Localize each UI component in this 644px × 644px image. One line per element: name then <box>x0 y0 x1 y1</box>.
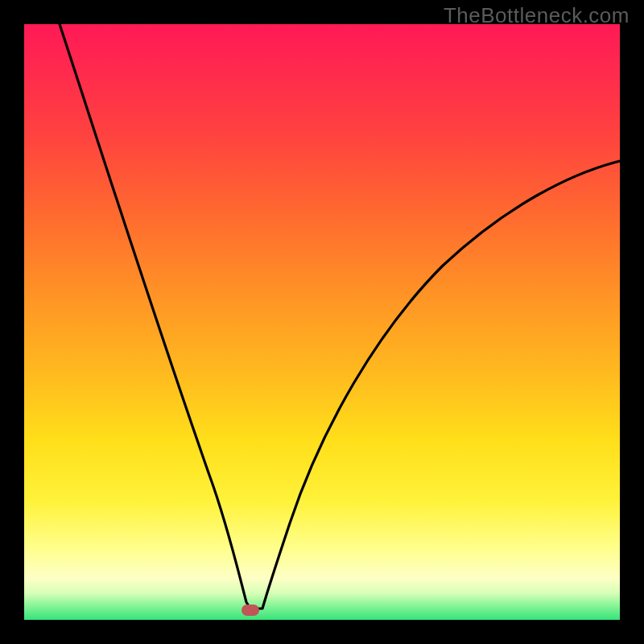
bottleneck-curve <box>24 24 620 620</box>
chart-frame: TheBottleneck.com <box>0 0 644 644</box>
plot-area <box>24 24 620 620</box>
watermark-text: TheBottleneck.com <box>444 3 630 28</box>
optimal-point-marker <box>242 605 259 616</box>
